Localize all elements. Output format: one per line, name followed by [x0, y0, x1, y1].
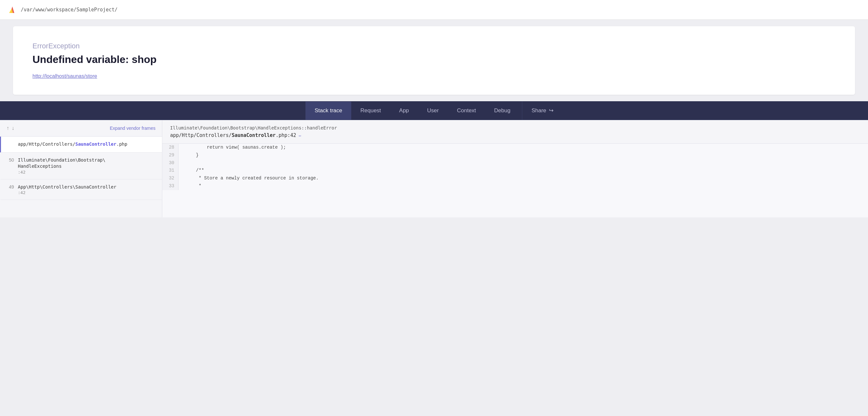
expand-vendor-button[interactable]: Expand vendor frames: [110, 126, 155, 131]
code-panel: Illuminate\Foundation\Bootstrap\HandleEx…: [162, 120, 868, 217]
code-line-31: 31 /**: [162, 167, 868, 174]
error-panel: ErrorException Undefined variable: shop …: [13, 26, 855, 95]
line-content-32: * Store a newly created resource in stor…: [179, 174, 325, 182]
stack-frame-0[interactable]: app/Http/Controllers/SaunaController.php: [0, 137, 162, 153]
line-content-33: *: [179, 182, 208, 190]
frame-info-1: Illuminate\Foundation\Bootstrap\HandleEx…: [18, 157, 157, 174]
tab-user[interactable]: User: [418, 102, 448, 120]
line-number-28: 28: [162, 144, 179, 152]
code-file-bold: SaunaController: [232, 132, 276, 138]
code-line-33: 33 *: [162, 182, 868, 190]
code-line-29: 29 }: [162, 152, 868, 159]
line-number-29: 29: [162, 152, 179, 159]
code-line-28: 28 return view( saunas.create );: [162, 144, 868, 152]
share-icon: ↪: [549, 107, 554, 114]
edit-icon[interactable]: ✏: [299, 133, 301, 138]
frame-number-0: [6, 141, 18, 148]
tab-stack-trace[interactable]: Stack trace: [306, 102, 351, 120]
error-type: ErrorException: [32, 42, 836, 50]
stack-frame-2[interactable]: 49 App\Http\Controllers\SaunaController …: [0, 180, 162, 200]
code-block: 28 return view( saunas.create ); 29 } 30…: [162, 144, 868, 190]
browser-bar: /var/www/workspace/SampleProject/: [0, 0, 868, 20]
frame-number-2: 49: [6, 184, 18, 195]
stack-frame-1[interactable]: 50 Illuminate\Foundation\Bootstrap\Handl…: [0, 153, 162, 180]
browser-path: /var/www/workspace/SampleProject/: [21, 7, 118, 13]
stack-controls: ↑ ↓ Expand vendor frames: [0, 120, 162, 137]
content-area: ↑ ↓ Expand vendor frames app/Http/Contro…: [0, 120, 868, 217]
debug-panel: Stack trace Request App User Context Deb…: [0, 101, 868, 217]
error-message: Undefined variable: shop: [32, 54, 836, 66]
code-file-prefix: app/Http/Controllers/SaunaController.php…: [170, 132, 296, 138]
arrow-controls: ↑ ↓: [6, 125, 14, 131]
line-content-30: [179, 159, 194, 167]
line-number-31: 31: [162, 167, 179, 174]
tab-debug[interactable]: Debug: [485, 102, 519, 120]
error-url[interactable]: http://localhost/saunas/store: [32, 73, 97, 79]
frame-number-1: 50: [6, 157, 18, 174]
code-line-32: 32 * Store a newly created resource in s…: [162, 174, 868, 182]
tab-request[interactable]: Request: [351, 102, 390, 120]
code-line-30: 30: [162, 159, 868, 167]
stack-panel: ↑ ↓ Expand vendor frames app/Http/Contro…: [0, 120, 162, 217]
tab-context[interactable]: Context: [448, 102, 485, 120]
tabs-bar: Stack trace Request App User Context Deb…: [0, 101, 868, 120]
line-content-31: /**: [179, 167, 211, 174]
line-content-28: return view( saunas.create );: [179, 144, 292, 152]
code-header-class: Illuminate\Foundation\Bootstrap\HandleEx…: [170, 125, 860, 130]
arrow-up-button[interactable]: ↑: [6, 125, 9, 131]
arrow-down-button[interactable]: ↓: [12, 125, 14, 131]
code-header-file: app/Http/Controllers/SaunaController.php…: [170, 132, 860, 138]
frame-highlight-0: SaunaController: [75, 141, 116, 147]
frame-info-0: app/Http/Controllers/SaunaController.php: [18, 141, 157, 148]
line-number-33: 33: [162, 182, 179, 190]
frame-path-0: app/Http/Controllers/SaunaController.php: [18, 141, 157, 148]
line-number-30: 30: [162, 159, 179, 167]
frame-line-1: :42: [18, 170, 157, 174]
frame-path-1: Illuminate\Foundation\Bootstrap\HandleEx…: [18, 157, 157, 170]
tab-share[interactable]: Share ↪: [522, 101, 562, 120]
frame-line-2: :42: [18, 190, 157, 195]
app-logo: [8, 5, 17, 14]
frame-info-2: App\Http\Controllers\SaunaController :42: [18, 184, 157, 195]
line-content-29: }: [179, 152, 205, 159]
line-number-32: 32: [162, 174, 179, 182]
code-header: Illuminate\Foundation\Bootstrap\HandleEx…: [162, 120, 868, 144]
frame-path-2: App\Http\Controllers\SaunaController: [18, 184, 157, 190]
tab-app[interactable]: App: [390, 102, 418, 120]
